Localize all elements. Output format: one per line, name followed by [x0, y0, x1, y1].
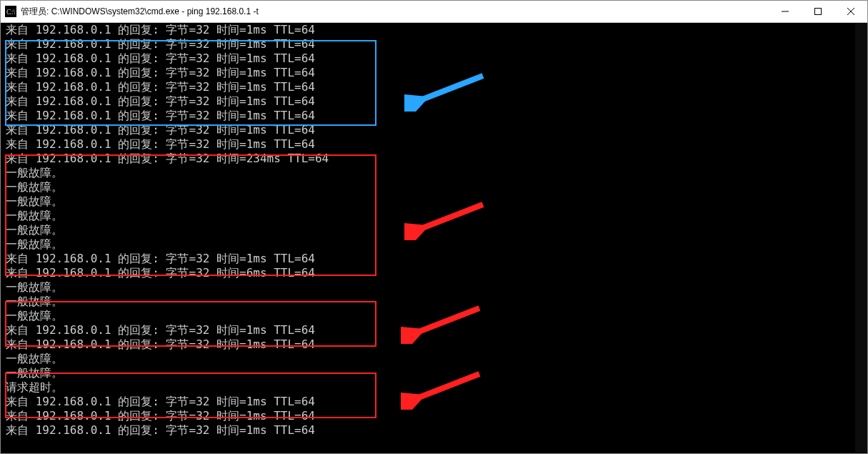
close-button[interactable]: [834, 1, 867, 22]
console-line: 来自 192.168.0.1 的回复: 字节=32 时间=6ms TTL=64: [6, 266, 862, 280]
console-line: 来自 192.168.0.1 的回复: 字节=32 时间=1ms TTL=64: [6, 37, 862, 51]
console-line: 来自 192.168.0.1 的回复: 字节=32 时间=1ms TTL=64: [6, 109, 862, 123]
console-line: 来自 192.168.0.1 的回复: 字节=32 时间=1ms TTL=64: [6, 23, 862, 37]
console-line: 来自 192.168.0.1 的回复: 字节=32 时间=1ms TTL=64: [6, 323, 862, 337]
cmd-window: C:\ 管理员: C:\WINDOWS\system32\cmd.exe - p…: [0, 0, 868, 454]
titlebar[interactable]: C:\ 管理员: C:\WINDOWS\system32\cmd.exe - p…: [1, 1, 867, 23]
console-line: 一般故障。: [6, 280, 862, 295]
console-line: 来自 192.168.0.1 的回复: 字节=32 时间=1ms TTL=64: [6, 123, 862, 137]
console-line: 来自 192.168.0.1 的回复: 字节=32 时间=1ms TTL=64: [6, 395, 862, 409]
console-line: 来自 192.168.0.1 的回复: 字节=32 时间=1ms TTL=64: [6, 137, 862, 152]
console-line: 一般故障。: [6, 194, 862, 209]
console-line: 来自 192.168.0.1 的回复: 字节=32 时间=1ms TTL=64: [6, 423, 862, 438]
console-line: 一般故障。: [6, 166, 862, 180]
console-line: 来自 192.168.0.1 的回复: 字节=32 时间=1ms TTL=64: [6, 66, 862, 80]
console-line: 来自 192.168.0.1 的回复: 字节=32 时间=1ms TTL=64: [6, 94, 862, 109]
console-line: 一般故障。: [6, 237, 862, 252]
console-line: 一般故障。: [6, 223, 862, 237]
console-line: 来自 192.168.0.1 的回复: 字节=32 时间=234ms TTL=6…: [6, 152, 862, 166]
maximize-button[interactable]: [802, 1, 834, 22]
console-line: 一般故障。: [6, 366, 862, 380]
console-line: 一般故障。: [6, 309, 862, 323]
console-line: 来自 192.168.0.1 的回复: 字节=32 时间=1ms TTL=64: [6, 409, 862, 423]
console-line: 一般故障。: [6, 180, 862, 194]
console-line: 一般故障。: [6, 209, 862, 223]
console-line: 来自 192.168.0.1 的回复: 字节=32 时间=1ms TTL=64: [6, 337, 862, 352]
console-line: 一般故障。: [6, 352, 862, 366]
scrollbar[interactable]: [855, 23, 867, 453]
window-title: 管理员: C:\WINDOWS\system32\cmd.exe - ping …: [21, 6, 259, 18]
svg-rect-3: [815, 9, 822, 15]
svg-text:C:\: C:\: [6, 8, 15, 16]
console-line: 来自 192.168.0.1 的回复: 字节=32 时间=1ms TTL=64: [6, 51, 862, 66]
console-line: 请求超时。: [6, 380, 862, 395]
console-line: 一般故障。: [6, 295, 862, 309]
console-line: 来自 192.168.0.1 的回复: 字节=32 时间=1ms TTL=64: [6, 252, 862, 266]
cmd-icon: C:\: [5, 6, 16, 17]
window-buttons: [769, 1, 867, 22]
minimize-button[interactable]: [769, 1, 802, 22]
console-line: 来自 192.168.0.1 的回复: 字节=32 时间=1ms TTL=64: [6, 80, 862, 94]
console-body[interactable]: 来自 192.168.0.1 的回复: 字节=32 时间=1ms TTL=64来…: [1, 23, 867, 453]
